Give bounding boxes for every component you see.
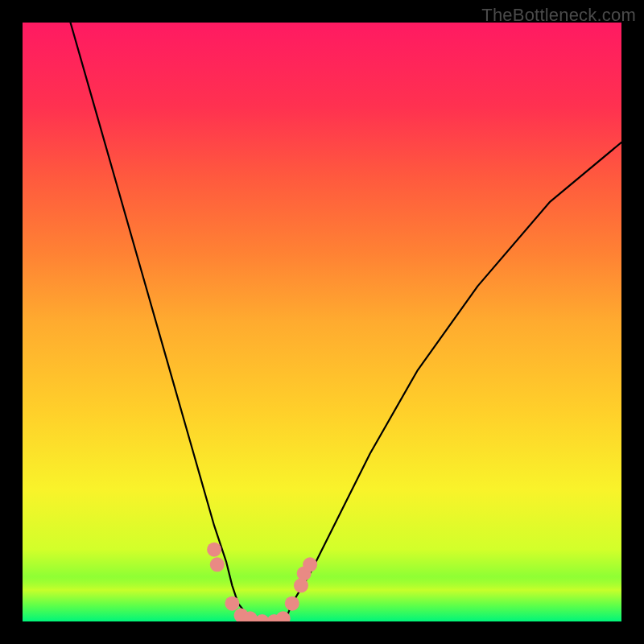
chart-svg	[23, 23, 621, 621]
marker-dot	[285, 597, 299, 611]
marker-dot	[207, 543, 221, 557]
marker-dot	[303, 557, 317, 572]
plot-area	[23, 23, 621, 621]
watermark-text: TheBottleneck.com	[481, 5, 636, 26]
bottleneck-curve	[71, 23, 621, 621]
chart-frame: TheBottleneck.com	[0, 0, 644, 644]
marker-dot	[225, 597, 239, 611]
curve-layer	[71, 23, 621, 621]
marker-dot	[210, 557, 225, 572]
